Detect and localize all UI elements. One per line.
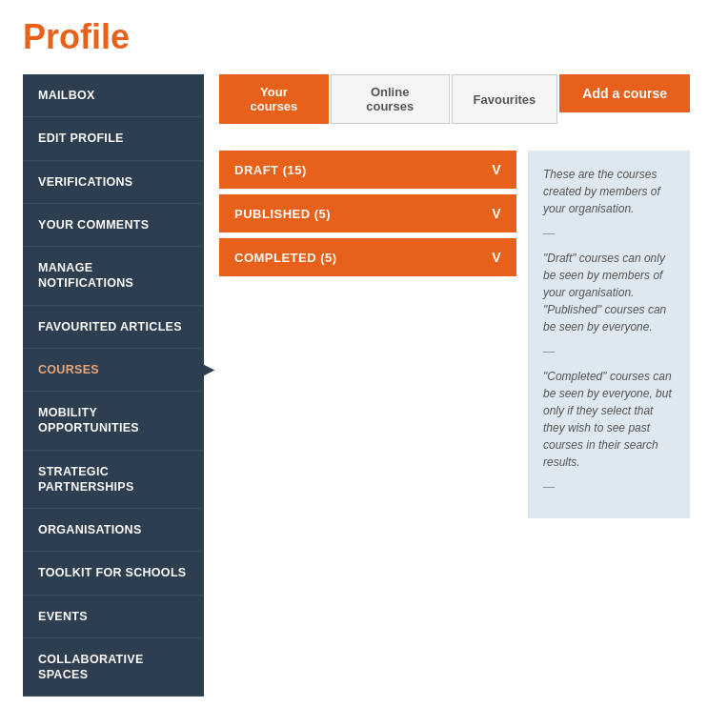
course-section-label-completed: COMPLETED (5)	[234, 251, 337, 265]
divider-2: —	[543, 343, 675, 360]
sidebar-item-mobility-opportunities[interactable]: MOBILITY OPPORTUNITIES	[23, 392, 204, 451]
sidebar: MAILBOXEDIT PROFILEVERIFICATIONSYOUR COM…	[23, 74, 204, 697]
page-title: Profile	[23, 17, 705, 57]
course-section-published[interactable]: PUBLISHED (5)V	[219, 194, 516, 232]
divider-1: —	[543, 225, 675, 242]
sidebar-item-courses[interactable]: COURSES	[23, 349, 204, 392]
sidebar-item-organisations[interactable]: ORGANISATIONS	[23, 509, 204, 552]
sidebar-item-strategic-partnerships[interactable]: STRATEGIC PARTNERSHIPS	[23, 451, 204, 510]
sidebar-item-favourited-articles[interactable]: FAVOURITED ARTICLES	[23, 306, 204, 349]
chevron-icon-draft: V	[492, 162, 501, 177]
sidebar-item-events[interactable]: EVENTS	[23, 596, 204, 638]
sidebar-item-your-comments[interactable]: YOUR COMMENTS	[23, 204, 204, 247]
sidebar-item-edit-profile[interactable]: EDIT PROFILE	[23, 117, 204, 160]
chevron-icon-published: V	[492, 206, 501, 221]
info-completed-note: "Completed" courses can be seen by every…	[543, 368, 675, 471]
content-area: Your coursesOnline coursesFavourites Add…	[204, 74, 705, 697]
divider-3: —	[543, 478, 675, 495]
tab-favourites[interactable]: Favourites	[452, 74, 558, 124]
sidebar-item-mailbox[interactable]: MAILBOX	[23, 74, 204, 117]
info-draft-note: "Draft" courses can only be seen by memb…	[543, 250, 675, 335]
tabs-row: Your coursesOnline coursesFavourites	[219, 74, 559, 124]
info-intro: These are the courses created by members…	[543, 166, 675, 217]
sidebar-item-manage-notifications[interactable]: MANAGE NOTIFICATIONS	[23, 247, 204, 306]
chevron-icon-completed: V	[492, 250, 501, 265]
course-sections-container: DRAFT (15)VPUBLISHED (5)VCOMPLETED (5)V	[219, 151, 516, 282]
course-section-draft[interactable]: DRAFT (15)V	[219, 151, 516, 189]
tab-online-courses[interactable]: Online courses	[331, 74, 450, 124]
course-section-completed[interactable]: COMPLETED (5)V	[219, 238, 516, 276]
course-section-label-published: PUBLISHED (5)	[234, 207, 331, 221]
course-section-label-draft: DRAFT (15)	[234, 163, 307, 177]
tab-your-courses[interactable]: Your courses	[219, 74, 329, 124]
info-panel: These are the courses created by members…	[528, 151, 690, 518]
add-course-button[interactable]: Add a course	[559, 74, 690, 112]
sidebar-item-verifications[interactable]: VERIFICATIONS	[23, 161, 204, 204]
sidebar-item-collaborative-spaces[interactable]: COLLABORATIVE SPACES	[23, 638, 204, 697]
sidebar-item-toolkit-for-schools[interactable]: TOOLKIT FOR SCHOOLS	[23, 552, 204, 595]
